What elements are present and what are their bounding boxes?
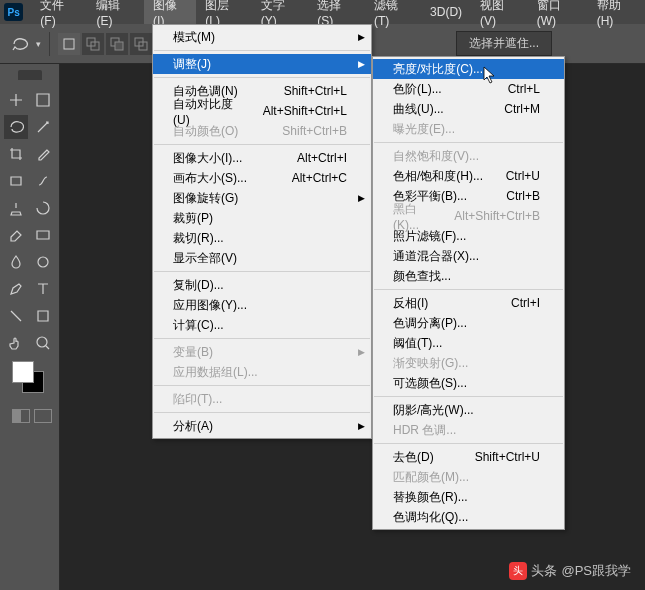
menuitem-label: 模式(M) bbox=[173, 29, 347, 46]
sel-sub-button[interactable] bbox=[106, 33, 128, 55]
stamp-tool[interactable] bbox=[4, 196, 28, 220]
path-tool[interactable] bbox=[4, 304, 28, 328]
wand-tool[interactable] bbox=[31, 115, 55, 139]
menuitem-label: 渐变映射(G)... bbox=[393, 355, 540, 372]
brush-tool[interactable] bbox=[31, 169, 55, 193]
menu-图层[interactable]: 图层(L) bbox=[196, 0, 251, 24]
menuitem-label: 自动颜色(O) bbox=[173, 123, 262, 140]
menuitem-亮度/对比度C[interactable]: 亮度/对比度(C)... bbox=[373, 59, 564, 79]
menuitem-色相/饱和度H[interactable]: 色相/饱和度(H)...Ctrl+U bbox=[373, 166, 564, 186]
menuitem-复制D[interactable]: 复制(D)... bbox=[153, 275, 371, 295]
menuitem-显示全部V[interactable]: 显示全部(V) bbox=[153, 248, 371, 268]
ps-logo-icon: Ps bbox=[4, 3, 23, 21]
menuitem-渐变映射G: 渐变映射(G)... bbox=[373, 353, 564, 373]
shortcut: Ctrl+B bbox=[506, 189, 540, 203]
current-tool-icon[interactable] bbox=[10, 33, 32, 55]
screenmode-button[interactable] bbox=[34, 409, 52, 423]
submenu-arrow-icon: ▶ bbox=[358, 347, 365, 357]
menuitem-裁切R[interactable]: 裁切(R)... bbox=[153, 228, 371, 248]
menuitem-label: 色阶(L)... bbox=[393, 81, 488, 98]
menuitem-label: 计算(C)... bbox=[173, 317, 347, 334]
menuitem-照片滤镜F[interactable]: 照片滤镜(F)... bbox=[373, 226, 564, 246]
sel-add-button[interactable] bbox=[82, 33, 104, 55]
select-and-mask-button[interactable]: 选择并遮住... bbox=[456, 31, 552, 56]
history-tool[interactable] bbox=[31, 196, 55, 220]
menuitem-画布大小S[interactable]: 画布大小(S)...Alt+Ctrl+C bbox=[153, 168, 371, 188]
shortcut: Ctrl+M bbox=[504, 102, 540, 116]
menuitem-替换颜色R[interactable]: 替换颜色(R)... bbox=[373, 487, 564, 507]
adjustments-submenu: 亮度/对比度(C)...色阶(L)...Ctrl+L曲线(U)...Ctrl+M… bbox=[372, 56, 565, 530]
menuitem-通道混合器X[interactable]: 通道混合器(X)... bbox=[373, 246, 564, 266]
menu-文字[interactable]: 文字(Y) bbox=[252, 0, 309, 24]
menuitem-label: 显示全部(V) bbox=[173, 250, 347, 267]
sel-int-button[interactable] bbox=[130, 33, 152, 55]
toolbox-handle[interactable] bbox=[18, 70, 42, 80]
menuitem-模式M[interactable]: 模式(M)▶ bbox=[153, 27, 371, 47]
hand-tool[interactable] bbox=[4, 331, 28, 355]
menuitem-阈值T[interactable]: 阈值(T)... bbox=[373, 333, 564, 353]
menu-选择[interactable]: 选择(S) bbox=[308, 0, 365, 24]
menuitem-label: 照片滤镜(F)... bbox=[393, 228, 540, 245]
menuitem-去色D[interactable]: 去色(D)Shift+Ctrl+U bbox=[373, 447, 564, 467]
marquee-tool[interactable] bbox=[31, 88, 55, 112]
menuitem-色阶L[interactable]: 色阶(L)...Ctrl+L bbox=[373, 79, 564, 99]
crop-tool[interactable] bbox=[4, 142, 28, 166]
menuitem-反相I[interactable]: 反相(I)Ctrl+I bbox=[373, 293, 564, 313]
menuitem-裁剪P[interactable]: 裁剪(P) bbox=[153, 208, 371, 228]
pen-tool[interactable] bbox=[4, 277, 28, 301]
menuitem-自动对比度U[interactable]: 自动对比度(U)Alt+Shift+Ctrl+L bbox=[153, 101, 371, 121]
shape-tool[interactable] bbox=[31, 304, 55, 328]
dropdown-icon[interactable]: ▾ bbox=[36, 39, 41, 49]
menuitem-label: 去色(D) bbox=[393, 449, 455, 466]
menuitem-自然饱和度V: 自然饱和度(V)... bbox=[373, 146, 564, 166]
menuitem-计算C[interactable]: 计算(C)... bbox=[153, 315, 371, 335]
menuitem-阴影/高光W[interactable]: 阴影/高光(W)... bbox=[373, 400, 564, 420]
submenu-arrow-icon: ▶ bbox=[358, 59, 365, 69]
menu-视图[interactable]: 视图(V) bbox=[471, 0, 528, 24]
menu-滤镜[interactable]: 滤镜(T) bbox=[365, 0, 421, 24]
menuitem-label: 阈值(T)... bbox=[393, 335, 540, 352]
gradient-tool[interactable] bbox=[31, 223, 55, 247]
menuitem-label: 色调均化(Q)... bbox=[393, 509, 540, 526]
menuitem-颜色查找[interactable]: 颜色查找... bbox=[373, 266, 564, 286]
blur-tool[interactable] bbox=[4, 250, 28, 274]
menuitem-label: 阴影/高光(W)... bbox=[393, 402, 540, 419]
eraser-tool[interactable] bbox=[4, 223, 28, 247]
menuitem-分析A[interactable]: 分析(A)▶ bbox=[153, 416, 371, 436]
menu-编辑[interactable]: 编辑(E) bbox=[87, 0, 144, 24]
type-tool[interactable] bbox=[31, 277, 55, 301]
color-swatches[interactable] bbox=[12, 361, 52, 401]
menuitem-曲线U[interactable]: 曲线(U)...Ctrl+M bbox=[373, 99, 564, 119]
menu-divider bbox=[154, 50, 370, 51]
eyedrop-tool[interactable] bbox=[31, 142, 55, 166]
submenu-arrow-icon: ▶ bbox=[358, 193, 365, 203]
quickmask-button[interactable] bbox=[12, 409, 30, 423]
menuitem-色调分离P[interactable]: 色调分离(P)... bbox=[373, 313, 564, 333]
menu-帮助[interactable]: 帮助(H) bbox=[588, 0, 645, 24]
zoom-tool[interactable] bbox=[31, 331, 55, 355]
patch-tool[interactable] bbox=[4, 169, 28, 193]
menu-文件[interactable]: 文件(F) bbox=[31, 0, 87, 24]
svg-rect-0 bbox=[64, 39, 74, 49]
menuitem-label: 图像旋转(G) bbox=[173, 190, 347, 207]
menu-窗口[interactable]: 窗口(W) bbox=[528, 0, 588, 24]
menuitem-可选颜色S[interactable]: 可选颜色(S)... bbox=[373, 373, 564, 393]
foreground-swatch[interactable] bbox=[12, 361, 34, 383]
menu-divider bbox=[154, 77, 370, 78]
dodge-tool[interactable] bbox=[31, 250, 55, 274]
lasso-tool[interactable] bbox=[4, 115, 28, 139]
menu-图像[interactable]: 图像(I) bbox=[144, 0, 196, 24]
move-tool[interactable] bbox=[4, 88, 28, 112]
menu-3d[interactable]: 3D(D) bbox=[421, 0, 471, 24]
selection-mode-group bbox=[58, 33, 152, 55]
menuitem-图像旋转G[interactable]: 图像旋转(G)▶ bbox=[153, 188, 371, 208]
menuitem-色调均化Q[interactable]: 色调均化(Q)... bbox=[373, 507, 564, 527]
menuitem-图像大小I[interactable]: 图像大小(I)...Alt+Ctrl+I bbox=[153, 148, 371, 168]
menubar: Ps 文件(F)编辑(E)图像(I)图层(L)文字(Y)选择(S)滤镜(T)3D… bbox=[0, 0, 645, 24]
shortcut: Shift+Ctrl+U bbox=[475, 450, 540, 464]
menuitem-应用图像Y[interactable]: 应用图像(Y)... bbox=[153, 295, 371, 315]
menuitem-调整J[interactable]: 调整(J)▶ bbox=[153, 54, 371, 74]
watermark-text: @PS跟我学 bbox=[561, 562, 631, 580]
sel-new-button[interactable] bbox=[58, 33, 80, 55]
shortcut: Ctrl+U bbox=[506, 169, 540, 183]
